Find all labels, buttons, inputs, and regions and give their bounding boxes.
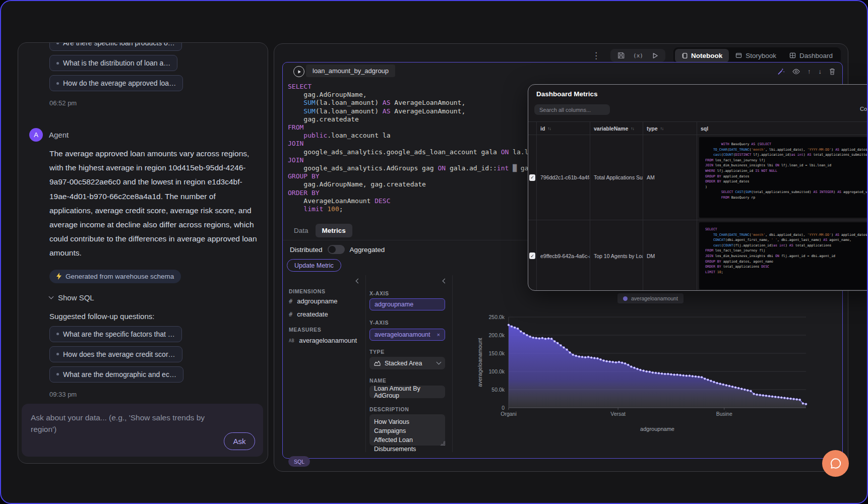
- agent-message: The average approved loan amounts vary a…: [49, 147, 257, 261]
- cell-actions: ↑ ↓: [777, 68, 835, 75]
- metric-config-column: X-AXIS adgroupname Y-AXIS averageloanamo…: [366, 277, 452, 453]
- history-question-chip[interactable]: What is the distribution of loan a…: [49, 55, 177, 71]
- sort-icon[interactable]: ↑↓: [547, 126, 551, 131]
- magic-wand-icon[interactable]: [777, 68, 785, 75]
- followup-chip[interactable]: What are the demographic and ec…: [49, 366, 183, 383]
- y-axis-label: Y-AXIS: [369, 320, 389, 326]
- tab-storybook[interactable]: Storybook: [729, 49, 783, 62]
- update-metric-button[interactable]: Update Metric: [287, 259, 341, 272]
- chart-type-select[interactable]: Stacked Area: [369, 357, 445, 369]
- dimensions-label: DIMENSIONS: [289, 288, 326, 294]
- distributed-aggregated-switch[interactable]: [328, 245, 345, 254]
- chip-bullet-icon: [56, 333, 59, 335]
- followup-heading: Suggested follow-up questions:: [49, 312, 256, 321]
- trash-icon[interactable]: [829, 68, 835, 75]
- x-axis-label: X-AXIS: [369, 290, 389, 296]
- chip-label: What are the specific factors that …: [63, 330, 175, 338]
- svg-text:Versat: Versat: [610, 411, 626, 417]
- text-type-icon: AB: [289, 338, 294, 343]
- columns-button[interactable]: Col: [860, 106, 868, 112]
- sort-icon[interactable]: ↑↓: [631, 126, 634, 131]
- column-header-type[interactable]: type↑↓: [643, 122, 697, 135]
- chip-label: How do the average approved loa…: [63, 79, 176, 87]
- sort-icon[interactable]: ↑↓: [660, 126, 664, 131]
- panel-title: Dashboard Metrics: [536, 90, 598, 98]
- dimension-item[interactable]: # adgroupname: [289, 297, 337, 305]
- description-label: DESCRIPTION: [369, 406, 409, 412]
- tab-metrics[interactable]: Metrics: [316, 224, 352, 237]
- cell-title[interactable]: loan_amount_by_adgroup: [306, 65, 395, 77]
- svg-text:50.0k: 50.0k: [491, 387, 505, 393]
- agent-avatar: A: [29, 128, 43, 142]
- svg-text:averageloanamount: averageloanamount: [477, 338, 483, 387]
- svg-text:Busine: Busine: [716, 411, 732, 417]
- row-checkbox[interactable]: ✓: [529, 253, 535, 259]
- more-options-icon[interactable]: ⋮: [590, 50, 602, 61]
- chat-bubble-icon: [829, 457, 842, 470]
- resize-handle[interactable]: [441, 441, 445, 446]
- eye-icon[interactable]: [792, 69, 800, 75]
- cell-type: AM: [643, 135, 697, 220]
- measures-label: MEASURES: [289, 327, 321, 333]
- save-icon[interactable]: [617, 52, 625, 59]
- chip-bullet-icon: [56, 62, 59, 65]
- chip-label: What are the demographic and ec…: [63, 370, 176, 379]
- hash-icon: #: [289, 311, 292, 318]
- search-input[interactable]: [534, 104, 610, 115]
- column-header-id[interactable]: id↑↓: [537, 122, 590, 135]
- code-variables-icon[interactable]: (x): [633, 52, 643, 59]
- dimension-item[interactable]: # createdate: [289, 310, 328, 318]
- svg-text:100.0k: 100.0k: [488, 368, 505, 374]
- svg-text:250.0k: 250.0k: [488, 314, 505, 320]
- cell-type: DM: [643, 220, 697, 291]
- tab-notebook[interactable]: Notebook: [675, 49, 729, 62]
- move-down-icon[interactable]: ↓: [819, 68, 822, 75]
- cell-id: e9ffecb9-642a-4a6c-a18: [537, 220, 590, 291]
- followup-chip[interactable]: What are the specific factors that …: [49, 326, 182, 342]
- view-tabs: Notebook Storybook Dashboard: [673, 47, 841, 64]
- agent-name: Agent: [49, 131, 69, 139]
- cell-sql: SELECT TO_CHAR(DATE_TRUNC('month', dbi.a…: [697, 220, 868, 291]
- play-icon: [297, 70, 301, 74]
- column-header-variablename[interactable]: variableName↑↓: [590, 122, 643, 135]
- move-up-icon[interactable]: ↑: [808, 68, 811, 75]
- svg-text:adgroupname: adgroupname: [640, 426, 674, 432]
- chat-panel: Are there specific loan products o… What…: [18, 42, 268, 464]
- history-question-chip[interactable]: How do the average approved loa…: [49, 75, 183, 91]
- chat-history[interactable]: Are there specific loan products o… What…: [18, 43, 268, 403]
- tab-data[interactable]: Data: [289, 224, 314, 237]
- notebook-actions: (x): [610, 49, 665, 62]
- followup-chip[interactable]: How does the average credit scor…: [49, 346, 182, 362]
- metric-description-textarea[interactable]: How Various Campaigns Affected Loan Disb…: [369, 414, 445, 446]
- table-row[interactable]: ✓ 796dd2c1-c61b-4a4f-b6c Total Applicati…: [528, 135, 868, 220]
- x-axis-chip[interactable]: adgroupname: [369, 298, 445, 310]
- select-all-cell[interactable]: [528, 122, 537, 135]
- area-chart: 050.0k100.0k150.0k200.0k250.0kOrganiVers…: [452, 279, 843, 435]
- measure-item[interactable]: AB averageloanamount: [289, 337, 357, 344]
- run-cell-button[interactable]: [293, 66, 304, 77]
- result-tabs: Data Metrics: [289, 224, 352, 237]
- ask-input[interactable]: Ask about your data... (e.g., 'Show sale…: [22, 404, 263, 457]
- name-label: NAME: [369, 377, 386, 384]
- collapse-fields-icon[interactable]: [356, 279, 361, 284]
- row-checkbox[interactable]: ✓: [529, 174, 535, 181]
- lightning-icon: [56, 273, 61, 280]
- show-sql-toggle[interactable]: Show SQL: [49, 293, 256, 302]
- metric-name-input[interactable]: Loan Amount By AdGroup: [369, 386, 445, 398]
- cell-sql: WITH BaseQuery AS (SELECT TO_CHAR(DATE_T…: [697, 135, 868, 220]
- hash-icon: #: [289, 298, 292, 305]
- column-header-sql[interactable]: sql: [697, 122, 868, 135]
- tab-dashboard[interactable]: Dashboard: [783, 49, 839, 62]
- chip-bullet-icon: [56, 43, 59, 44]
- chip-label: What is the distribution of loan a…: [63, 59, 170, 67]
- y-axis-chip[interactable]: averageloanamount ×: [369, 329, 445, 341]
- chat-fab-button[interactable]: [822, 450, 849, 477]
- remove-icon[interactable]: ×: [437, 332, 440, 338]
- history-question-chip[interactable]: Are there specific loan products o…: [49, 43, 182, 51]
- message-timestamp: 06:52 pm: [49, 99, 256, 107]
- run-icon[interactable]: [652, 52, 658, 59]
- chip-bullet-icon: [56, 82, 59, 85]
- table-row[interactable]: ✓ e9ffecb9-642a-4a6c-a18 Top 10 Agents b…: [528, 220, 868, 291]
- sql-snippet: WITH BaseQuery AS (SELECT TO_CHAR(DATE_T…: [699, 137, 868, 218]
- ask-button[interactable]: Ask: [224, 432, 255, 450]
